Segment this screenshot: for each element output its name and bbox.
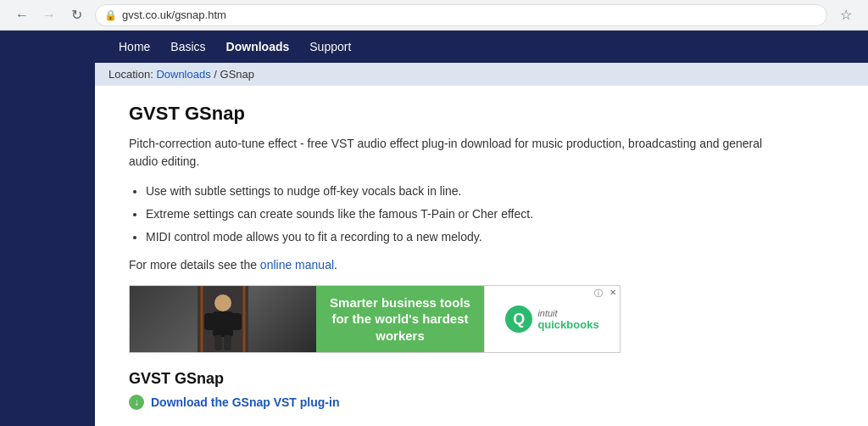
page-content: GVST GSnap Pitch-correction auto-tune ef… (95, 86, 824, 426)
nav-bar: Home Basics Downloads Support (95, 31, 868, 63)
breadcrumb-bar: Location: Downloads / GSnap (95, 63, 868, 86)
breadcrumb-current: GSnap (220, 68, 254, 81)
qb-brand: quickbooks (537, 318, 598, 331)
page-description: Pitch-correction auto-tune effect - free… (129, 135, 790, 171)
manual-link[interactable]: online manual (260, 258, 334, 272)
bookmark-button[interactable]: ☆ (834, 3, 858, 27)
breadcrumb-separator: / (211, 68, 220, 81)
manual-prefix: For more details see the (129, 258, 260, 272)
ad-image-left (130, 286, 316, 352)
download-section: GVST GSnap ↓ Download the GSnap VST plug… (129, 370, 790, 410)
svg-rect-5 (214, 335, 222, 350)
url-text: gvst.co.uk/gsnap.htm (122, 8, 226, 21)
breadcrumb-prefix: Location: (108, 68, 156, 81)
refresh-button[interactable]: ↻ (64, 3, 88, 27)
nav-support[interactable]: Support (299, 33, 361, 60)
page-title: GVST GSnap (129, 103, 790, 125)
address-bar[interactable]: 🔒 gvst.co.uk/gsnap.htm (95, 4, 827, 26)
nav-downloads[interactable]: Downloads (216, 33, 300, 60)
person-silhouette (198, 286, 248, 352)
forward-button[interactable]: → (37, 3, 61, 27)
download-icon: ↓ (129, 395, 144, 410)
manual-line: For more details see the online manual. (129, 258, 790, 272)
ad-close-button[interactable]: ✕ (609, 288, 616, 297)
browser-chrome: ← → ↻ 🔒 gvst.co.uk/gsnap.htm ☆ (0, 0, 868, 31)
page-wrapper: Home Basics Downloads Support Location: … (0, 31, 868, 426)
list-item: MIDI control mode allows you to fit a re… (146, 228, 790, 246)
nav-home[interactable]: Home (108, 33, 160, 60)
left-sidebar (0, 31, 95, 426)
ad-text-line1: Smarter business tools (330, 294, 470, 311)
list-item: Extreme settings can create sounds like … (146, 205, 790, 223)
list-item: Use with subtle settings to nudge off-ke… (146, 182, 790, 200)
qb-text-group: intuit quickbooks (537, 308, 598, 331)
main-area: Home Basics Downloads Support Location: … (95, 31, 868, 426)
svg-rect-6 (224, 335, 231, 350)
lock-icon: 🔒 (104, 9, 117, 21)
svg-rect-3 (204, 313, 214, 330)
quickbooks-logo: Q intuit quickbooks (505, 305, 598, 333)
download-link[interactable]: Download the GSnap VST plug-in (151, 395, 339, 409)
download-title: GVST GSnap (129, 370, 790, 388)
svg-rect-2 (213, 311, 233, 337)
breadcrumb-link[interactable]: Downloads (156, 68, 210, 81)
feature-list: Use with subtle settings to nudge off-ke… (146, 182, 790, 246)
qb-prefix: intuit (537, 308, 598, 318)
browser-nav-buttons: ← → ↻ (10, 3, 88, 27)
download-link-row: ↓ Download the GSnap VST plug-in (129, 395, 790, 410)
back-button[interactable]: ← (10, 3, 34, 27)
ad-banner: Smarter business tools for the world's h… (129, 285, 620, 353)
ad-photo (130, 286, 316, 352)
ad-info-button[interactable]: ⓘ (594, 288, 603, 300)
manual-suffix: . (334, 258, 337, 272)
qb-icon: Q (505, 305, 532, 333)
nav-basics[interactable]: Basics (160, 33, 215, 60)
ad-green-section[interactable]: Smarter business tools for the world's h… (316, 286, 484, 352)
svg-rect-4 (231, 313, 242, 330)
svg-point-1 (214, 294, 231, 311)
ad-text-line2: for the world's hardest workers (326, 311, 474, 344)
